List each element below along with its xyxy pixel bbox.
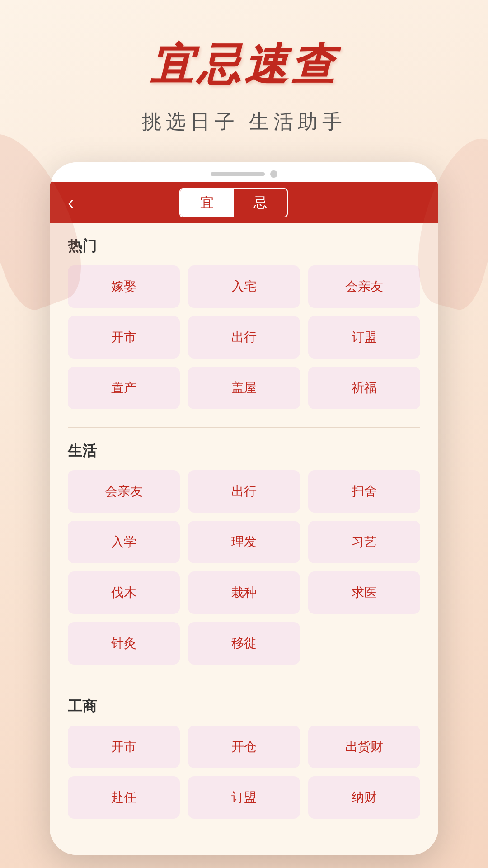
btn-life-3[interactable]: 入学 <box>68 521 180 563</box>
btn-life-9[interactable]: 针灸 <box>68 622 180 665</box>
btn-biz-5[interactable]: 纳财 <box>308 776 420 819</box>
btn-life-4[interactable]: 理发 <box>188 521 300 563</box>
divider-1 <box>68 427 420 428</box>
phone-frame: ‹ 宜 忌 热门 嫁娶 入宅 会亲友 开市 出行 订盟 置产 盖屋 <box>50 162 438 855</box>
btn-hot-1[interactable]: 入宅 <box>188 265 300 308</box>
app-title: 宜忌速查 <box>150 36 338 95</box>
section-hot: 热门 嫁娶 入宅 会亲友 开市 出行 订盟 置产 盖屋 祈福 <box>68 236 420 409</box>
main-content: 热门 嫁娶 入宅 会亲友 开市 出行 订盟 置产 盖屋 祈福 生活 会 <box>50 223 438 855</box>
btn-hot-8[interactable]: 祈福 <box>308 367 420 409</box>
btn-hot-0[interactable]: 嫁娶 <box>68 265 180 308</box>
divider-2 <box>68 683 420 683</box>
btn-hot-3[interactable]: 开市 <box>68 316 180 359</box>
btn-biz-1[interactable]: 开仓 <box>188 726 300 768</box>
section-life: 生活 会亲友 出行 扫舍 入学 理发 习艺 伐木 栽种 求医 针灸 移徙 <box>68 441 420 665</box>
btn-life-empty <box>308 622 420 665</box>
btn-life-8[interactable]: 求医 <box>308 571 420 614</box>
phone-camera <box>270 170 277 178</box>
btn-biz-2[interactable]: 出货财 <box>308 726 420 768</box>
btn-life-10[interactable]: 移徙 <box>188 622 300 665</box>
btn-hot-5[interactable]: 订盟 <box>308 316 420 359</box>
grid-life: 会亲友 出行 扫舍 入学 理发 习艺 伐木 栽种 求医 针灸 移徙 <box>68 470 420 665</box>
btn-life-5[interactable]: 习艺 <box>308 521 420 563</box>
btn-hot-6[interactable]: 置产 <box>68 367 180 409</box>
btn-hot-4[interactable]: 出行 <box>188 316 300 359</box>
phone-notch <box>211 172 265 176</box>
grid-business: 开市 开仓 出货财 赴任 订盟 纳财 <box>68 726 420 819</box>
btn-life-1[interactable]: 出行 <box>188 470 300 513</box>
tab-group: 宜 忌 <box>179 188 288 217</box>
btn-hot-7[interactable]: 盖屋 <box>188 367 300 409</box>
btn-biz-0[interactable]: 开市 <box>68 726 180 768</box>
section-business: 工商 开市 开仓 出货财 赴任 订盟 纳财 <box>68 697 420 819</box>
back-button[interactable]: ‹ <box>68 193 74 213</box>
btn-hot-2[interactable]: 会亲友 <box>308 265 420 308</box>
grid-hot: 嫁娶 入宅 会亲友 开市 出行 订盟 置产 盖屋 祈福 <box>68 265 420 409</box>
btn-life-7[interactable]: 栽种 <box>188 571 300 614</box>
header-bar: ‹ 宜 忌 <box>50 182 438 223</box>
btn-life-2[interactable]: 扫舍 <box>308 470 420 513</box>
phone-top-bar <box>50 162 438 182</box>
section-life-title: 生活 <box>68 441 420 461</box>
section-hot-title: 热门 <box>68 236 420 256</box>
app-subtitle: 挑选日子 生活助手 <box>141 108 347 135</box>
tab-ji[interactable]: 忌 <box>234 189 287 217</box>
section-business-title: 工商 <box>68 697 420 717</box>
btn-life-6[interactable]: 伐木 <box>68 571 180 614</box>
tab-yi[interactable]: 宜 <box>180 189 234 217</box>
btn-life-0[interactable]: 会亲友 <box>68 470 180 513</box>
btn-biz-3[interactable]: 赴任 <box>68 776 180 819</box>
btn-biz-4[interactable]: 订盟 <box>188 776 300 819</box>
